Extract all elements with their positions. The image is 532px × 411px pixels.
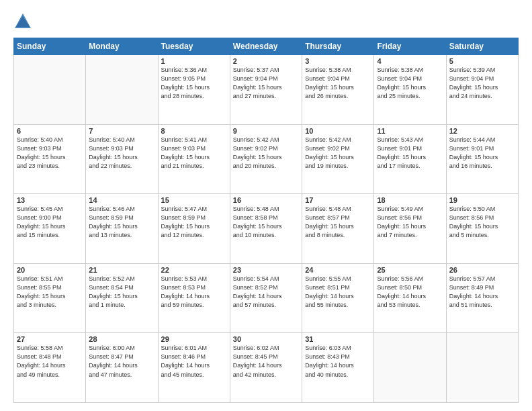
day-number: 19 [449,196,515,204]
calendar-cell [86,55,158,125]
day-info: Sunrise: 6:01 AM Sunset: 8:46 PM Dayligh… [161,344,227,379]
weekday-header: Saturday [446,38,518,55]
day-info: Sunrise: 5:48 AM Sunset: 8:58 PM Dayligh… [233,205,299,240]
calendar-cell: 20Sunrise: 5:51 AM Sunset: 8:55 PM Dayli… [14,263,86,333]
calendar-cell: 25Sunrise: 5:56 AM Sunset: 8:50 PM Dayli… [374,263,446,333]
day-info: Sunrise: 5:47 AM Sunset: 8:59 PM Dayligh… [161,205,227,240]
calendar-cell: 18Sunrise: 5:49 AM Sunset: 8:56 PM Dayli… [374,194,446,264]
day-number: 13 [17,196,83,204]
calendar-week-row: 20Sunrise: 5:51 AM Sunset: 8:55 PM Dayli… [14,263,519,333]
day-info: Sunrise: 5:56 AM Sunset: 8:50 PM Dayligh… [377,275,443,310]
calendar-cell [446,333,518,403]
day-info: Sunrise: 5:57 AM Sunset: 8:49 PM Dayligh… [449,275,515,310]
calendar-cell: 14Sunrise: 5:46 AM Sunset: 8:59 PM Dayli… [86,194,158,264]
svg-marker-1 [16,16,30,27]
day-number: 14 [89,196,154,204]
calendar-cell: 5Sunrise: 5:39 AM Sunset: 9:04 PM Daylig… [446,55,518,125]
day-number: 9 [233,127,299,135]
calendar-cell: 6Sunrise: 5:40 AM Sunset: 9:03 PM Daylig… [14,124,86,194]
calendar-cell [14,55,86,125]
day-info: Sunrise: 5:39 AM Sunset: 9:04 PM Dayligh… [449,66,515,101]
day-number: 10 [305,127,371,135]
day-number: 15 [161,196,227,204]
day-info: Sunrise: 5:43 AM Sunset: 9:01 PM Dayligh… [377,136,443,171]
day-number: 6 [17,127,83,135]
day-number: 11 [377,127,443,135]
header [13,12,519,31]
calendar-cell: 8Sunrise: 5:41 AM Sunset: 9:03 PM Daylig… [158,124,230,194]
day-info: Sunrise: 5:44 AM Sunset: 9:01 PM Dayligh… [449,136,515,171]
weekday-header: Thursday [302,38,374,55]
page: SundayMondayTuesdayWednesdayThursdayFrid… [0,0,532,411]
calendar-cell: 21Sunrise: 5:52 AM Sunset: 8:54 PM Dayli… [86,263,158,333]
calendar-cell: 24Sunrise: 5:55 AM Sunset: 8:51 PM Dayli… [302,263,374,333]
day-number: 2 [233,57,299,65]
calendar-cell: 16Sunrise: 5:48 AM Sunset: 8:58 PM Dayli… [230,194,302,264]
day-number: 29 [161,335,227,343]
day-number: 20 [17,266,83,274]
calendar-cell: 7Sunrise: 5:40 AM Sunset: 9:03 PM Daylig… [86,124,158,194]
day-number: 7 [89,127,154,135]
calendar-cell: 11Sunrise: 5:43 AM Sunset: 9:01 PM Dayli… [374,124,446,194]
day-info: Sunrise: 5:49 AM Sunset: 8:56 PM Dayligh… [377,205,443,240]
calendar-week-row: 27Sunrise: 5:58 AM Sunset: 8:48 PM Dayli… [14,333,519,403]
calendar-cell: 3Sunrise: 5:38 AM Sunset: 9:04 PM Daylig… [302,55,374,125]
weekday-row: SundayMondayTuesdayWednesdayThursdayFrid… [14,38,519,55]
calendar-cell: 30Sunrise: 6:02 AM Sunset: 8:45 PM Dayli… [230,333,302,403]
day-info: Sunrise: 5:38 AM Sunset: 9:04 PM Dayligh… [377,66,443,101]
calendar-cell: 23Sunrise: 5:54 AM Sunset: 8:52 PM Dayli… [230,263,302,333]
calendar-week-row: 6Sunrise: 5:40 AM Sunset: 9:03 PM Daylig… [14,124,519,194]
day-info: Sunrise: 5:53 AM Sunset: 8:53 PM Dayligh… [161,275,227,310]
day-info: Sunrise: 5:51 AM Sunset: 8:55 PM Dayligh… [17,275,83,310]
calendar-header: SundayMondayTuesdayWednesdayThursdayFrid… [14,38,519,55]
day-number: 12 [449,127,515,135]
calendar-week-row: 1Sunrise: 5:36 AM Sunset: 9:05 PM Daylig… [14,55,519,125]
day-info: Sunrise: 5:48 AM Sunset: 8:57 PM Dayligh… [305,205,371,240]
day-info: Sunrise: 6:00 AM Sunset: 8:47 PM Dayligh… [89,344,154,379]
day-info: Sunrise: 5:45 AM Sunset: 9:00 PM Dayligh… [17,205,83,240]
calendar-cell: 28Sunrise: 6:00 AM Sunset: 8:47 PM Dayli… [86,333,158,403]
calendar-cell: 26Sunrise: 5:57 AM Sunset: 8:49 PM Dayli… [446,263,518,333]
day-number: 3 [305,57,371,65]
day-number: 18 [377,196,443,204]
day-number: 1 [161,57,227,65]
calendar-cell: 4Sunrise: 5:38 AM Sunset: 9:04 PM Daylig… [374,55,446,125]
calendar-week-row: 13Sunrise: 5:45 AM Sunset: 9:00 PM Dayli… [14,194,519,264]
day-info: Sunrise: 5:54 AM Sunset: 8:52 PM Dayligh… [233,275,299,310]
day-info: Sunrise: 5:38 AM Sunset: 9:04 PM Dayligh… [305,66,371,101]
calendar-cell: 22Sunrise: 5:53 AM Sunset: 8:53 PM Dayli… [158,263,230,333]
calendar-cell: 31Sunrise: 6:03 AM Sunset: 8:43 PM Dayli… [302,333,374,403]
calendar-cell: 17Sunrise: 5:48 AM Sunset: 8:57 PM Dayli… [302,194,374,264]
day-info: Sunrise: 5:52 AM Sunset: 8:54 PM Dayligh… [89,275,154,310]
day-number: 28 [89,335,154,343]
calendar-cell: 10Sunrise: 5:42 AM Sunset: 9:02 PM Dayli… [302,124,374,194]
day-number: 24 [305,266,371,274]
day-info: Sunrise: 5:42 AM Sunset: 9:02 PM Dayligh… [305,136,371,171]
day-number: 4 [377,57,443,65]
day-number: 5 [449,57,515,65]
day-number: 8 [161,127,227,135]
day-info: Sunrise: 5:46 AM Sunset: 8:59 PM Dayligh… [89,205,154,240]
day-info: Sunrise: 6:03 AM Sunset: 8:43 PM Dayligh… [305,344,371,379]
day-number: 22 [161,266,227,274]
calendar-table: SundayMondayTuesdayWednesdayThursdayFrid… [13,38,519,403]
day-info: Sunrise: 5:41 AM Sunset: 9:03 PM Dayligh… [161,136,227,171]
calendar-cell: 12Sunrise: 5:44 AM Sunset: 9:01 PM Dayli… [446,124,518,194]
day-info: Sunrise: 6:02 AM Sunset: 8:45 PM Dayligh… [233,344,299,379]
calendar-cell: 9Sunrise: 5:42 AM Sunset: 9:02 PM Daylig… [230,124,302,194]
day-number: 31 [305,335,371,343]
day-number: 21 [89,266,154,274]
weekday-header: Wednesday [230,38,302,55]
weekday-header: Monday [86,38,158,55]
weekday-header: Tuesday [158,38,230,55]
calendar-cell: 19Sunrise: 5:50 AM Sunset: 8:56 PM Dayli… [446,194,518,264]
calendar-cell: 29Sunrise: 6:01 AM Sunset: 8:46 PM Dayli… [158,333,230,403]
day-info: Sunrise: 5:50 AM Sunset: 8:56 PM Dayligh… [449,205,515,240]
day-info: Sunrise: 5:55 AM Sunset: 8:51 PM Dayligh… [305,275,371,310]
calendar-body: 1Sunrise: 5:36 AM Sunset: 9:05 PM Daylig… [14,55,519,403]
calendar-cell: 15Sunrise: 5:47 AM Sunset: 8:59 PM Dayli… [158,194,230,264]
day-info: Sunrise: 5:37 AM Sunset: 9:04 PM Dayligh… [233,66,299,101]
calendar-cell: 13Sunrise: 5:45 AM Sunset: 9:00 PM Dayli… [14,194,86,264]
calendar-cell: 27Sunrise: 5:58 AM Sunset: 8:48 PM Dayli… [14,333,86,403]
weekday-header: Friday [374,38,446,55]
